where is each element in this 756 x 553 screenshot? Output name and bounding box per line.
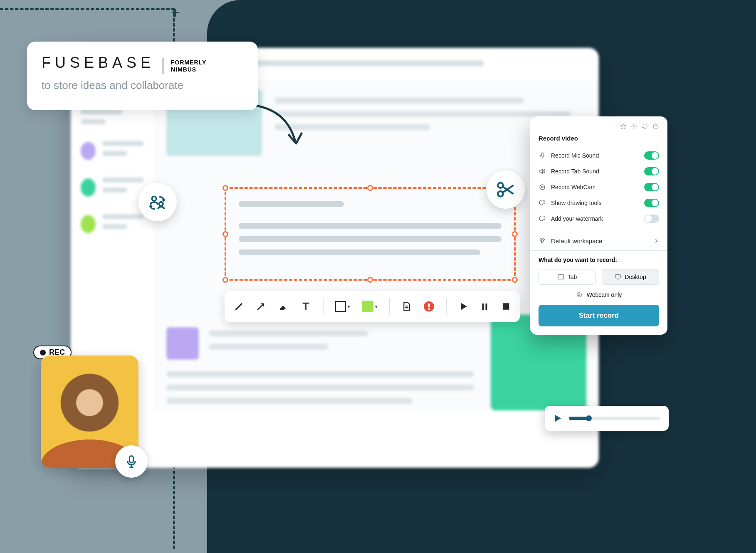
selection-handle[interactable] (222, 231, 228, 237)
arrow-icon (245, 102, 312, 156)
svg-point-22 (543, 239, 545, 241)
mode-desktop-label: Desktop (625, 274, 646, 280)
watermark-option-icon (539, 215, 546, 222)
people-sync-icon (147, 192, 168, 212)
logo-card: FUSEBASE FORMERLY NIMBUS to store ideas … (27, 42, 258, 110)
option-row-webcam: Record WebCam (539, 179, 659, 195)
camera-option-icon (539, 183, 546, 191)
toggle-drawing[interactable] (644, 199, 659, 207)
selection-handle[interactable] (222, 185, 228, 191)
pause-icon[interactable] (480, 301, 489, 312)
start-record-button[interactable]: Start record (539, 305, 659, 326)
mode-tab-label: Tab (568, 274, 577, 280)
svg-rect-9 (482, 304, 484, 310)
svg-rect-10 (486, 304, 487, 310)
audio-play-icon[interactable] (553, 414, 562, 423)
text-tool-icon[interactable] (300, 301, 311, 312)
scissors-badge[interactable] (487, 170, 525, 209)
alert-icon[interactable] (423, 301, 435, 312)
desktop-icon (615, 274, 621, 280)
eraser-icon[interactable] (278, 301, 288, 312)
selection-handle[interactable] (512, 231, 518, 237)
workspace-icon (539, 237, 546, 244)
selection-handle[interactable] (222, 277, 228, 283)
toggle-mic[interactable] (644, 151, 659, 160)
mode-desktop-button[interactable]: Desktop (602, 269, 659, 285)
svg-rect-24 (558, 275, 563, 279)
workspace-label: Default workspace (551, 237, 648, 244)
webcam-only-label: Webcam only (587, 291, 622, 298)
audio-scrubber-handle[interactable] (586, 415, 592, 421)
logo-brand: FUSEBASE (42, 54, 155, 72)
toggle-tab-sound[interactable] (644, 167, 659, 175)
collaborate-badge[interactable] (138, 183, 177, 221)
stroke-color-picker[interactable]: ▾ (335, 301, 350, 312)
svg-rect-7 (428, 304, 430, 307)
selection-handle[interactable] (367, 185, 373, 191)
option-label: Show drawing tools (551, 200, 639, 206)
selection-handle[interactable] (367, 277, 373, 283)
audio-player (545, 406, 669, 431)
webcam-only-icon (576, 291, 583, 298)
stop-icon[interactable] (501, 301, 511, 311)
logo-formerly-line1: FORMERLY (171, 59, 206, 66)
svg-point-5 (159, 202, 163, 206)
option-label: Record WebCam (551, 184, 639, 190)
toggle-webcam[interactable] (644, 183, 659, 191)
palette-option-icon (539, 199, 546, 207)
option-row-watermark: Add your watermark (539, 211, 659, 227)
scissors-icon (495, 179, 516, 200)
option-label: Record Mic Sound (551, 152, 639, 159)
arrow-tool-icon[interactable] (256, 301, 266, 312)
chevron-right-icon (653, 238, 659, 244)
svg-point-20 (544, 202, 544, 203)
pencil-icon[interactable] (234, 301, 244, 312)
option-row-tab-sound: Record Tab Sound (539, 163, 659, 179)
rec-dot-icon (40, 350, 46, 356)
svg-rect-25 (615, 275, 620, 278)
svg-point-19 (543, 201, 544, 202)
speaker-option-icon (539, 168, 546, 175)
selection-handle[interactable] (512, 277, 518, 283)
tab-icon (558, 274, 564, 280)
svg-rect-8 (428, 309, 430, 310)
star-icon[interactable] (620, 123, 627, 130)
svg-rect-11 (503, 303, 509, 310)
plus-corner-icon: + (171, 4, 180, 22)
svg-point-21 (540, 239, 542, 241)
help-icon[interactable] (652, 123, 659, 130)
workspace-selector[interactable]: Default workspace (539, 235, 659, 246)
svg-point-26 (577, 293, 581, 297)
webcam-preview: REC (41, 356, 138, 468)
record-question: What do you want to record: (539, 257, 659, 263)
svg-line-2 (503, 187, 514, 194)
toggle-watermark[interactable] (644, 215, 659, 223)
fill-color-picker[interactable]: ▾ (362, 301, 378, 312)
svg-point-4 (152, 196, 156, 200)
logo-formerly-line2: NIMBUS (171, 66, 196, 73)
document-icon[interactable] (401, 301, 412, 312)
microphone-icon (124, 454, 139, 469)
svg-point-18 (541, 201, 541, 202)
option-row-drawing: Show drawing tools (539, 195, 659, 211)
gear-icon[interactable] (631, 123, 637, 130)
mic-option-icon (539, 152, 546, 159)
record-panel-title: Record video (539, 135, 659, 142)
play-icon[interactable] (458, 301, 469, 312)
audio-track[interactable] (569, 417, 660, 420)
svg-point-16 (540, 185, 545, 190)
mode-tab-button[interactable]: Tab (539, 269, 596, 285)
mic-badge[interactable] (115, 445, 148, 478)
svg-line-3 (503, 185, 514, 193)
option-row-mic: Record Mic Sound (539, 148, 659, 163)
refresh-icon[interactable] (642, 123, 648, 130)
record-video-panel: Record video Record Mic Sound Record Tab… (530, 116, 667, 335)
annotation-toolbar: ▾ ▾ (225, 291, 520, 322)
selection-marquee[interactable] (225, 187, 516, 281)
logo-tagline: to store ideas and collaborate (42, 79, 243, 92)
svg-point-27 (578, 294, 580, 296)
svg-rect-12 (130, 456, 133, 463)
mode-webcam-only[interactable]: Webcam only (539, 291, 659, 298)
svg-point-13 (633, 126, 635, 127)
option-label: Add your watermark (551, 215, 639, 222)
